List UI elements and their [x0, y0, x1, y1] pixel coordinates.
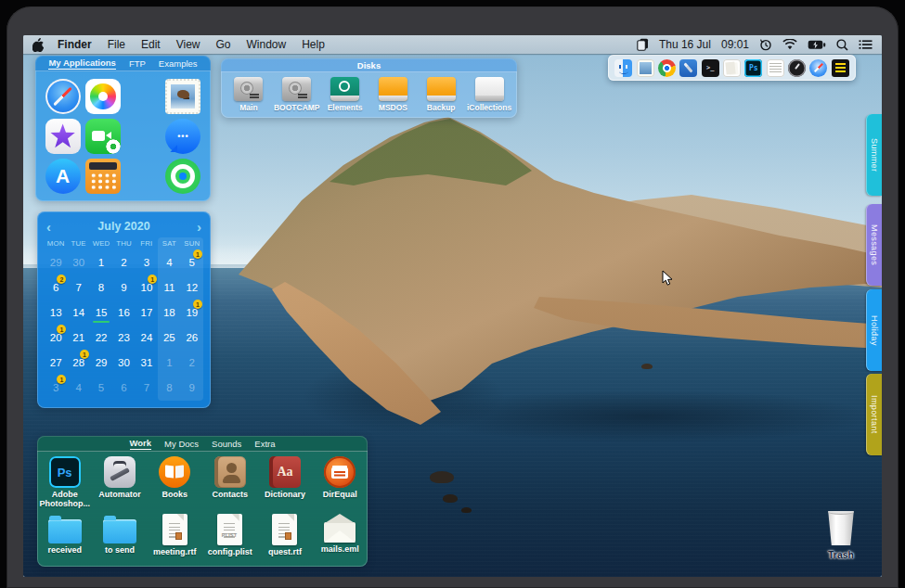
calendar-day[interactable]: 25 [158, 325, 180, 350]
contacts-item[interactable]: Contacts [203, 456, 257, 499]
calendar-day-today[interactable]: 15 [90, 300, 112, 325]
calendar-day[interactable]: 1 [90, 249, 112, 275]
calendar-day[interactable]: 22 [90, 325, 112, 350]
warning-dock-icon[interactable] [832, 59, 849, 77]
calendar-day[interactable]: 23 [112, 325, 135, 350]
app-store-icon[interactable]: A [45, 159, 81, 194]
calendar-day[interactable]: 27 [45, 350, 67, 375]
menu-window[interactable]: Window [247, 38, 287, 51]
quest-rtf-item[interactable]: quest.rtf [258, 514, 312, 556]
calendar-day[interactable]: 21 [67, 325, 89, 350]
mail-icon[interactable] [165, 79, 200, 114]
safari-icon[interactable] [45, 79, 81, 114]
textedit-dock-icon[interactable] [767, 59, 784, 77]
direqual-item[interactable]: DirEqual [313, 456, 367, 499]
calendar-day[interactable]: 11 [158, 275, 180, 300]
menu-date[interactable]: Thu 16 Jul [659, 38, 711, 51]
dictionary-item[interactable]: AaDictionary [258, 456, 312, 499]
side-tab-summer[interactable]: Summer [866, 114, 882, 196]
wifi-icon[interactable] [782, 39, 797, 50]
facetime-icon[interactable] [85, 119, 121, 154]
time-machine-icon[interactable] [759, 38, 772, 51]
imovie-icon[interactable] [45, 119, 81, 154]
menu-help[interactable]: Help [302, 38, 325, 51]
calendar-day[interactable]: 17 [136, 300, 158, 325]
calendar-day[interactable]: 5 [90, 375, 112, 400]
menu-view[interactable]: View [176, 38, 200, 51]
calendar-day[interactable]: 31 [136, 350, 158, 375]
calendar-day[interactable]: 6 [112, 375, 135, 400]
calendar-day[interactable]: 31 [45, 375, 67, 400]
calendar-day[interactable]: 4 [67, 375, 89, 400]
apps-tab-examples[interactable]: Examples [159, 58, 198, 70]
meeting-rtf-item[interactable]: meeting.rtf [148, 514, 201, 556]
calendar-day[interactable]: 101 [136, 275, 158, 300]
disk-msdos[interactable]: MSDOS [368, 77, 417, 112]
calculator-icon[interactable] [85, 159, 121, 194]
calendar-day[interactable]: 281 [67, 350, 89, 375]
apps-tab-ftp[interactable]: FTP [129, 58, 146, 70]
menu-file[interactable]: File [108, 38, 125, 51]
calendar-day[interactable]: 191 [181, 300, 203, 325]
menu-go[interactable]: Go [216, 38, 231, 51]
menu-edit[interactable]: Edit [141, 38, 161, 51]
chrome-dock-icon[interactable] [658, 59, 676, 77]
received-item[interactable]: received [38, 514, 92, 555]
calendar-day[interactable]: 1 [158, 350, 180, 375]
calendar-day[interactable]: 29 [90, 350, 112, 375]
calendar-day[interactable]: 26 [181, 325, 203, 350]
preview-dock-icon[interactable] [723, 59, 741, 77]
mail-dock-icon[interactable] [637, 59, 654, 77]
calendar-day[interactable]: 4 [158, 249, 180, 275]
side-tab-holiday[interactable]: Holiday [866, 289, 882, 371]
mails-eml-item[interactable]: mails.eml [313, 514, 367, 554]
to-send-item[interactable]: to send [93, 514, 147, 555]
files-tab-my-docs[interactable]: My Docs [164, 439, 199, 450]
calendar-day[interactable]: 30 [112, 350, 135, 375]
calendar-day[interactable]: 8 [158, 375, 180, 400]
calendar-day[interactable]: 201 [45, 325, 67, 350]
spotlight-icon[interactable] [836, 39, 848, 51]
side-tab-messages[interactable]: Messages [866, 204, 882, 286]
trash[interactable]: Trash [808, 510, 873, 560]
calendar-day[interactable]: 12 [181, 275, 203, 300]
battery-icon[interactable] [808, 40, 826, 50]
disk-main[interactable]: Main [225, 77, 273, 112]
apps-tab-my-applications[interactable]: My Applications [48, 58, 116, 70]
find-my-icon[interactable] [165, 159, 200, 194]
calendar-day[interactable]: 7 [136, 375, 158, 400]
calendar-day[interactable]: 18 [158, 300, 180, 325]
gauge-dock-icon[interactable] [788, 59, 806, 77]
disk-icollections[interactable]: iCollections [465, 77, 513, 112]
terminal-dock-icon[interactable]: >_ [702, 59, 719, 77]
photos-icon[interactable] [85, 79, 121, 114]
calendar-day[interactable]: 30 [67, 249, 89, 275]
notification-list-icon[interactable] [859, 39, 873, 50]
calendar-day[interactable]: 2 [112, 249, 135, 275]
calendar-day[interactable]: 62 [45, 275, 67, 300]
apple-menu[interactable] [32, 38, 45, 52]
calendar-day[interactable]: 51 [181, 249, 203, 275]
files-tab-sounds[interactable]: Sounds [212, 439, 241, 450]
calendar-day[interactable]: 29 [45, 249, 67, 275]
adobe-photoshop-item[interactable]: PsAdobe Photoshop... [38, 456, 92, 509]
calendar-day[interactable]: 9 [181, 375, 203, 400]
calendar-next-button[interactable]: › [195, 220, 203, 234]
finder-dock-icon[interactable] [614, 59, 632, 77]
disk-bootcamp[interactable]: BOOTCAMP [273, 77, 321, 112]
calendar-day[interactable]: 13 [45, 300, 67, 325]
calendar-day[interactable]: 7 [67, 275, 89, 300]
calendar-day[interactable]: 3 [136, 249, 158, 275]
calendar-day[interactable]: 8 [90, 275, 112, 300]
side-tab-important[interactable]: Important [866, 374, 882, 455]
safari-dock-icon[interactable] [809, 59, 827, 77]
books-item[interactable]: Books [148, 456, 201, 499]
files-tab-extra[interactable]: Extra [254, 439, 275, 450]
calendar-day[interactable]: 14 [67, 300, 89, 325]
calendar-day[interactable]: 16 [112, 300, 135, 325]
messages-icon[interactable]: ••• [165, 119, 200, 154]
menu-finder[interactable]: Finder [58, 38, 92, 51]
photoshop-dock-icon[interactable]: Ps [744, 59, 762, 77]
config-plist-item[interactable]: PLISTconfig.plist [203, 514, 257, 556]
menu-time[interactable]: 09:01 [721, 38, 749, 51]
